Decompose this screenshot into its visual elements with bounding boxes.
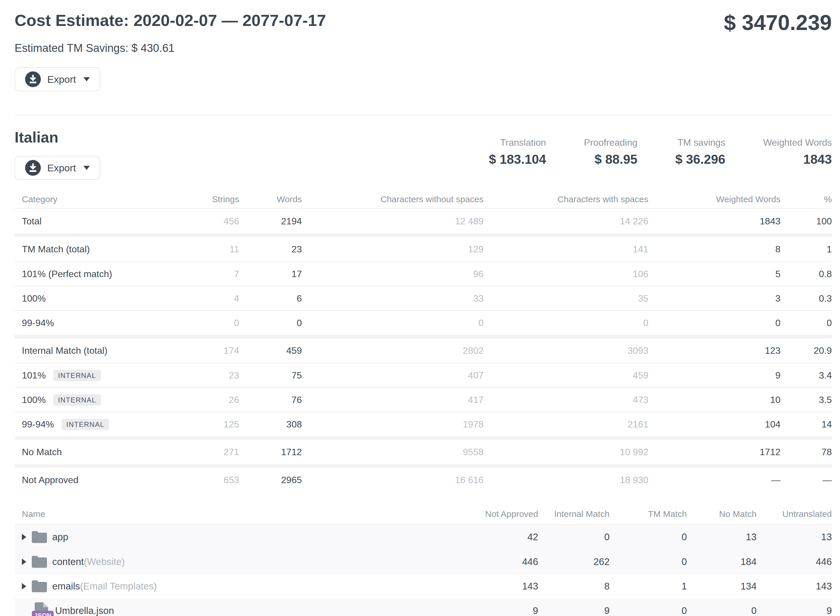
cell-chars-without-spaces: 9558 (302, 447, 484, 458)
cell-strings: 7 (160, 269, 239, 279)
table-row: Total456219412 48914 2261843100 (15, 209, 832, 233)
file-row[interactable]: content(Website)4462620184446 (15, 549, 832, 574)
header-cell-tm-match: TM Match (610, 509, 687, 519)
header-cell-strings: Strings (160, 194, 239, 204)
cell-words: 75 (239, 370, 302, 381)
cell-weighted-words: 5 (648, 269, 781, 279)
total-price: $ 3470.239 (724, 11, 832, 34)
category-label: 101% (22, 370, 46, 381)
group-separator (15, 335, 832, 338)
stat-tm-savings: TM savings $ 36.296 (675, 137, 725, 167)
cell-weighted-words: — (648, 475, 781, 485)
cost-estimate-page: Cost Estimate: 2020-02-07 — 2077-07-17 $… (0, 0, 840, 616)
export-button-language[interactable]: Export (15, 156, 100, 180)
cell-percent: 0 (781, 318, 832, 329)
category-cell: 100% (22, 293, 160, 304)
file-cell-internal-match: 0 (538, 531, 610, 543)
cell-words: 23 (239, 244, 302, 255)
table-row: No Match2711712955810 992171278 (15, 440, 832, 464)
cell-percent: 78 (781, 447, 832, 458)
cell-chars-without-spaces: 1978 (302, 419, 484, 430)
file-cell-not-approved: 446 (451, 556, 538, 567)
table-row: 100%46333530.3 (15, 286, 832, 310)
cell-weighted-words: 123 (648, 345, 781, 356)
category-label: 101% (Perfect match) (22, 269, 112, 279)
cell-chars-with-spaces: 473 (484, 395, 648, 405)
folder-icon (32, 580, 47, 593)
header-cell-name: Name (22, 509, 451, 519)
category-label: 100% (22, 293, 46, 304)
header-cell-weighted-words: Weighted Words (648, 194, 781, 204)
export-button-top[interactable]: Export (15, 67, 100, 91)
file-cell-internal-match: 9 (538, 605, 610, 616)
file-name: emails (52, 581, 80, 592)
caret-down-icon (84, 166, 90, 170)
cell-chars-with-spaces: 459 (484, 370, 648, 381)
file-cell-not-approved: 143 (451, 581, 538, 592)
table-row: TM Match (total)112312914181 (15, 237, 832, 261)
stat-label: Proofreading (584, 137, 637, 148)
export-button-label: Export (47, 162, 76, 174)
category-label: 99-94% (22, 419, 54, 430)
file-name-cell: emails(Email Templates) (22, 580, 451, 593)
download-icon (25, 71, 41, 87)
tm-savings-line: Estimated TM Savings: $ 430.61 (15, 42, 832, 54)
file-cell-tm-match: 1 (610, 581, 687, 592)
file-row[interactable]: app42001313 (15, 525, 832, 549)
file-name: content (52, 556, 84, 567)
group-separator (15, 464, 832, 468)
cell-chars-without-spaces: 96 (302, 269, 484, 279)
stat-value: $ 36.296 (675, 152, 725, 167)
category-cell: Internal Match (total) (22, 345, 160, 356)
file-cell-no-match: 184 (687, 556, 756, 567)
cell-words: 2194 (239, 216, 302, 227)
cell-weighted-words: 0 (648, 318, 781, 329)
stat-translation: Translation $ 183.104 (489, 137, 546, 167)
header-cell-chars-without-spaces: Characters without spaces (302, 194, 484, 204)
expand-caret-icon[interactable] (22, 559, 26, 565)
header-cell-category: Category (22, 194, 160, 204)
stat-weighted-words: Weighted Words 1843 (763, 137, 832, 167)
cell-words: 459 (239, 345, 302, 356)
category-label: Internal Match (total) (22, 345, 107, 356)
cell-strings: 23 (160, 370, 239, 381)
file-name-suffix: (Email Templates) (80, 581, 157, 592)
file-row[interactable]: JSONUmbrella.json99009 (15, 598, 832, 616)
cell-chars-without-spaces: 16 616 (302, 475, 484, 485)
export-button-label: Export (47, 74, 76, 85)
file-name-cell: app (22, 531, 451, 543)
file-row[interactable]: emails(Email Templates)14381134143 (15, 574, 832, 598)
category-label: Not Approved (22, 475, 78, 485)
file-name-cell: JSONUmbrella.json (22, 602, 451, 616)
cell-words: 17 (239, 269, 302, 279)
header-cell-chars-with-spaces: Characters with spaces (484, 194, 648, 204)
category-label: 100% (22, 395, 46, 405)
category-table: CategoryStringsWordsCharacters without s… (15, 190, 832, 492)
category-cell: No Match (22, 447, 160, 458)
header-cell-words: Words (239, 194, 302, 204)
cell-chars-without-spaces: 0 (302, 318, 484, 329)
cell-words: 76 (239, 395, 302, 405)
cell-weighted-words: 1712 (648, 447, 781, 458)
section-divider (15, 114, 832, 115)
cell-percent: 1 (781, 244, 832, 255)
cell-strings: 653 (160, 475, 239, 485)
cell-chars-with-spaces: 10 992 (484, 447, 648, 458)
expand-caret-icon[interactable] (22, 583, 26, 590)
header-cell-not-approved: Not Approved (451, 509, 538, 519)
language-header-left: Italian Export (15, 129, 100, 180)
cell-chars-without-spaces: 407 (302, 370, 484, 381)
file-cell-tm-match: 0 (610, 531, 687, 543)
cell-chars-with-spaces: 18 930 (484, 475, 648, 485)
group-separator (15, 436, 832, 440)
cell-weighted-words: 10 (648, 395, 781, 405)
category-cell: 99-94% (22, 318, 160, 329)
file-cell-internal-match: 8 (538, 581, 610, 592)
caret-down-icon (84, 77, 90, 81)
stat-value: 1843 (763, 152, 832, 167)
expand-caret-icon[interactable] (22, 534, 26, 540)
cell-chars-with-spaces: 141 (484, 244, 648, 255)
cell-chars-without-spaces: 12 489 (302, 216, 484, 227)
file-name: Umbrella.json (55, 605, 114, 616)
cell-chars-with-spaces: 106 (484, 269, 648, 279)
